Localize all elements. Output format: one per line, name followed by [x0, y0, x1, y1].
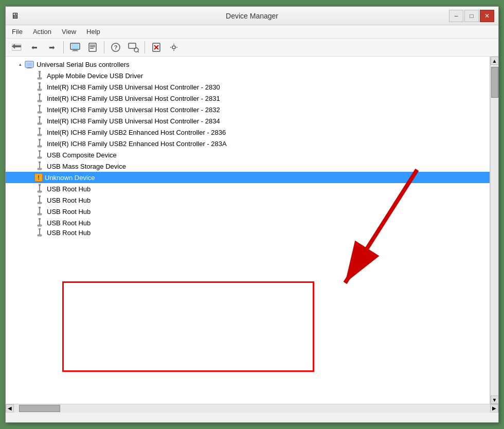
usb-icon-2: [34, 93, 45, 103]
warning-icon: !: [34, 173, 43, 182]
scroll-up-button[interactable]: ▲: [491, 57, 499, 65]
svg-rect-45: [38, 134, 42, 136]
svg-rect-48: [38, 146, 42, 147]
svg-rect-68: [39, 229, 40, 235]
category-label: Universal Serial Bus controllers: [37, 61, 130, 68]
device-label-13: USB Root Hub: [47, 219, 91, 227]
maximize-button[interactable]: □: [464, 10, 479, 22]
device-tree[interactable]: ▴ Universal Serial Bus controllers ▸: [6, 57, 490, 404]
device-label-3: Intel(R) ICH8 Family USB Universal Host …: [47, 106, 220, 114]
vertical-scrollbar[interactable]: ▲ ▼: [490, 57, 498, 404]
device-label-7: USB Composite Device: [47, 151, 117, 159]
device-10[interactable]: ▸ USB Root Hub: [6, 183, 490, 194]
device-label-4: Intel(R) ICH8 Family USB Universal Host …: [47, 117, 220, 125]
category-header[interactable]: ▴ Universal Serial Bus controllers: [6, 59, 490, 70]
menu-view[interactable]: View: [58, 26, 80, 37]
svg-rect-52: [39, 162, 41, 163]
svg-rect-36: [38, 100, 42, 102]
scroll-h-thumb[interactable]: [19, 405, 60, 412]
sep1: [63, 41, 64, 53]
settings-btn[interactable]: [166, 40, 182, 55]
svg-rect-54: [38, 168, 42, 170]
usb-icon-14: [34, 228, 45, 237]
scroll-down-button[interactable]: ▼: [491, 396, 499, 404]
svg-rect-40: [39, 116, 41, 118]
scroll-left-button[interactable]: ◀: [6, 404, 14, 413]
svg-rect-42: [38, 123, 42, 124]
svg-text:?: ?: [114, 44, 118, 50]
forward-btn[interactable]: ➡: [44, 40, 60, 55]
scroll-h-track[interactable]: [14, 404, 490, 413]
expand-icon: ▴: [16, 60, 24, 68]
uninstall-btn[interactable]: [148, 40, 165, 55]
back-button[interactable]: [9, 40, 25, 55]
svg-rect-66: [38, 225, 42, 226]
device-7[interactable]: ▸ USB Composite Device: [6, 149, 490, 160]
svg-rect-51: [38, 157, 42, 158]
device-14[interactable]: ▸ USB Root Hub: [6, 228, 490, 237]
svg-rect-9: [90, 46, 95, 47]
help-btn[interactable]: ?: [107, 40, 124, 55]
content-wrapper: ▴ Universal Serial Bus controllers ▸: [6, 57, 498, 404]
usb-icon-10: [34, 184, 45, 194]
device-1[interactable]: ▸ Intel(R) ICH8 Family USB Universal Hos…: [6, 81, 490, 93]
device-0[interactable]: ▸ Apple Mobile Device USB Driver: [6, 70, 490, 81]
device-13[interactable]: ▸ USB Root Hub: [6, 217, 490, 228]
svg-rect-8: [90, 45, 95, 46]
properties-btn[interactable]: [84, 40, 101, 55]
svg-rect-61: [39, 207, 41, 208]
no-expand-0: ▸: [26, 72, 34, 80]
computer-btn[interactable]: [67, 40, 83, 55]
close-button[interactable]: ✕: [480, 10, 494, 22]
device-4[interactable]: ▸ Intel(R) ICH8 Family USB Universal Hos…: [6, 115, 490, 127]
usb-icon-12: [34, 206, 45, 217]
title-bar: 🖥 Device Manager – □ ✕: [6, 7, 498, 25]
svg-rect-6: [72, 50, 78, 51]
svg-rect-35: [39, 95, 40, 100]
sep3: [145, 41, 145, 53]
svg-rect-38: [39, 106, 40, 112]
device-6[interactable]: ▸ Intel(R) ICH8 Family USB2 Enhanced Hos…: [6, 138, 490, 149]
usb-icon-5: [34, 127, 45, 137]
menu-action[interactable]: Action: [29, 26, 56, 37]
svg-rect-5: [73, 49, 77, 50]
device-label-12: USB Root Hub: [47, 208, 91, 216]
menu-help[interactable]: Help: [82, 26, 104, 37]
svg-rect-24: [39, 71, 41, 73]
svg-rect-7: [89, 43, 96, 51]
scroll-thumb[interactable]: [491, 67, 498, 98]
scroll-right-button[interactable]: ▶: [490, 404, 498, 413]
scan-btn[interactable]: [125, 40, 141, 55]
device-8[interactable]: ▸ USB Mass Storage Device: [6, 160, 490, 172]
svg-rect-44: [39, 129, 40, 134]
device-5[interactable]: ▸ Intel(R) ICH8 Family USB2 Enhanced Hos…: [6, 127, 490, 138]
svg-point-14: [134, 48, 138, 52]
svg-rect-64: [39, 218, 41, 220]
device-label-1: Intel(R) ICH8 Family USB Universal Host …: [47, 83, 220, 91]
horizontal-scrollbar[interactable]: ◀ ▶: [6, 404, 498, 412]
device-label-unknown: Unknown Device: [45, 174, 95, 182]
title-controls: – □ ✕: [449, 10, 494, 22]
device-11[interactable]: ▸ USB Root Hub: [6, 194, 490, 206]
svg-rect-10: [90, 48, 94, 49]
usb-icon-6: [34, 138, 45, 149]
device-unknown[interactable]: ▸ ! Unknown Device: [6, 172, 490, 183]
svg-rect-57: [38, 191, 42, 192]
device-label-10: USB Root Hub: [47, 185, 91, 193]
back-btn[interactable]: ⬅: [26, 40, 43, 55]
svg-rect-58: [39, 195, 41, 197]
usb-icon-3: [34, 104, 45, 115]
menu-bar: File Action View Help: [6, 25, 498, 39]
svg-rect-39: [38, 112, 42, 113]
device-3[interactable]: ▸ Intel(R) ICH8 Family USB Universal Hos…: [6, 104, 490, 115]
scroll-track[interactable]: [491, 65, 499, 396]
device-12[interactable]: ▸ USB Root Hub: [6, 206, 490, 217]
device-label-8: USB Mass Storage Device: [47, 163, 126, 170]
menu-file[interactable]: File: [8, 26, 27, 37]
svg-rect-65: [39, 220, 40, 225]
svg-rect-67: [39, 228, 41, 229]
device-2[interactable]: ▸ Intel(R) ICH8 Family USB Universal Hos…: [6, 93, 490, 104]
svg-rect-60: [38, 202, 42, 204]
svg-rect-62: [39, 208, 40, 213]
minimize-button[interactable]: –: [449, 10, 463, 22]
